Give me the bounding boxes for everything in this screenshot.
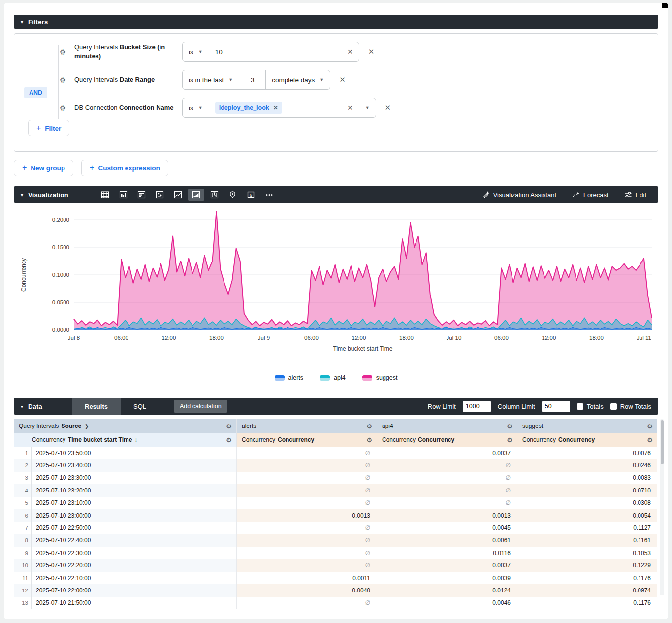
value-cell[interactable]: ∅ xyxy=(377,484,517,496)
forecast-button[interactable]: Forecast xyxy=(566,188,614,201)
more-viz-types-icon[interactable] xyxy=(261,189,278,201)
scrollbar-thumb[interactable] xyxy=(661,420,664,464)
measure-group-header-suggest[interactable]: suggest ⚙ xyxy=(517,419,657,433)
value-cell[interactable]: 0.1161 xyxy=(517,534,657,547)
time-cell[interactable]: 2025-07-10 22:50:00 xyxy=(32,522,236,534)
time-cell[interactable]: 2025-07-10 22:40:00 xyxy=(32,534,236,547)
viz-type-scatter-icon[interactable] xyxy=(152,189,168,201)
value-cell[interactable]: 0.0040 xyxy=(236,584,377,596)
value-cell[interactable]: 0.0083 xyxy=(517,472,657,484)
value-cell[interactable]: ∅ xyxy=(236,484,377,496)
filters-section-header[interactable]: ▾ Filters xyxy=(14,15,658,29)
value-cell[interactable]: 0.0061 xyxy=(377,534,517,547)
time-cell[interactable]: 2025-07-10 23:20:00 xyxy=(32,484,236,496)
remove-filter-icon[interactable]: ✕ xyxy=(368,47,375,56)
time-cell[interactable]: 2025-07-10 22:30:00 xyxy=(32,547,236,559)
value-cell[interactable]: 0.1127 xyxy=(517,522,657,534)
dim-field-header[interactable]: Concurrency Time bucket start Time↓ ⚙ xyxy=(14,433,236,447)
value-cell[interactable]: 0.0013 xyxy=(377,509,517,522)
dim-group-header[interactable]: Query Intervals Source❯ ⚙ xyxy=(14,419,236,433)
gear-icon[interactable]: ⚙ xyxy=(60,104,70,112)
filter-value-multiselect[interactable]: ldeploy_the_look✕ ✕ xyxy=(209,98,359,117)
tab-sql[interactable]: SQL xyxy=(121,398,159,415)
value-cell[interactable]: 0.0045 xyxy=(377,522,517,534)
viz-type-bar-icon[interactable] xyxy=(115,189,131,201)
value-cell[interactable]: 0.0124 xyxy=(377,584,517,596)
filter-operator-select[interactable]: is in the last▼ xyxy=(183,70,239,89)
value-cell[interactable]: ∅ xyxy=(236,447,377,459)
concurrency-area-chart[interactable]: 0.00000.05000.10000.15000.2000Jul 806:00… xyxy=(14,211,662,359)
and-operator-chip[interactable]: AND xyxy=(24,87,47,98)
remove-filter-icon[interactable]: ✕ xyxy=(385,103,391,112)
value-cell[interactable]: ∅ xyxy=(236,472,377,484)
value-cell[interactable]: 0.0054 xyxy=(517,509,657,522)
gear-icon[interactable]: ⚙ xyxy=(647,423,657,429)
value-cell[interactable]: 0.1229 xyxy=(517,559,657,572)
remove-filter-icon[interactable]: ✕ xyxy=(339,75,346,84)
gear-icon[interactable]: ⚙ xyxy=(366,423,377,429)
measure-group-header-alerts[interactable]: alerts ⚙ xyxy=(236,419,377,433)
value-cell[interactable]: 0.1176 xyxy=(517,572,657,584)
collapse-caret-icon[interactable]: ▾ xyxy=(21,19,23,25)
custom-expression-button[interactable]: + Custom expression xyxy=(81,160,168,176)
value-cell[interactable]: 0.0710 xyxy=(517,484,657,496)
time-cell[interactable]: 2025-07-10 23:50:00 xyxy=(32,447,236,459)
measure-group-header-api4[interactable]: api4 ⚙ xyxy=(377,419,517,433)
gear-icon[interactable]: ⚙ xyxy=(507,423,517,429)
filter-operator-select[interactable]: is▼ xyxy=(183,98,209,117)
value-chip[interactable]: ldeploy_the_look✕ xyxy=(215,102,282,114)
value-cell[interactable]: ∅ xyxy=(236,597,377,609)
measure-field-header-suggest[interactable]: Concurrency Concurrency ⚙ xyxy=(517,433,657,447)
value-cell[interactable]: 0.0116 xyxy=(377,547,517,559)
new-group-button[interactable]: + New group xyxy=(14,160,73,176)
tab-results[interactable]: Results xyxy=(72,398,121,415)
filter-unit-select[interactable]: complete days▼ xyxy=(265,70,330,89)
value-cell[interactable]: ∅ xyxy=(236,459,377,471)
value-cell[interactable]: ∅ xyxy=(377,497,517,509)
value-cell[interactable]: ∅ xyxy=(236,497,377,509)
viz-type-single-value-icon[interactable]: 6 xyxy=(243,189,259,201)
time-cell[interactable]: 2025-07-10 23:00:00 xyxy=(32,509,236,522)
gear-icon[interactable]: ⚙ xyxy=(60,76,70,84)
viz-type-column-stacked-icon[interactable] xyxy=(133,189,150,201)
viz-type-line-icon[interactable] xyxy=(170,189,186,201)
row-totals-checkbox-wrap[interactable]: Row Totals xyxy=(610,403,651,410)
time-cell[interactable]: 2025-07-10 23:40:00 xyxy=(32,459,236,471)
filter-amount-input[interactable]: 3 xyxy=(239,70,265,89)
open-suggestions-button[interactable]: ▼ xyxy=(359,98,376,117)
time-cell[interactable]: 2025-07-10 22:00:00 xyxy=(32,584,236,596)
visualization-assistant-button[interactable]: Visualization Assistant xyxy=(476,188,562,201)
measure-field-header-alerts[interactable]: Concurrency Concurrency ⚙ xyxy=(236,433,377,447)
time-cell[interactable]: 2025-07-10 23:10:00 xyxy=(32,497,236,509)
value-cell[interactable]: 0.0013 xyxy=(236,509,377,522)
measure-field-header-api4[interactable]: Concurrency Concurrency ⚙ xyxy=(377,433,517,447)
time-cell[interactable]: 2025-07-10 22:20:00 xyxy=(32,559,236,572)
value-cell[interactable]: 0.0076 xyxy=(517,447,657,459)
gear-icon[interactable]: ⚙ xyxy=(507,437,517,443)
value-cell[interactable]: ∅ xyxy=(236,547,377,559)
filter-operator-select[interactable]: is▼ xyxy=(183,42,209,61)
collapse-caret-icon[interactable]: ▾ xyxy=(21,404,23,409)
gear-icon[interactable]: ⚙ xyxy=(226,423,236,429)
totals-checkbox-wrap[interactable]: Totals xyxy=(577,403,604,410)
collapse-caret-icon[interactable]: ▾ xyxy=(21,192,23,197)
value-cell[interactable]: 0.0037 xyxy=(377,559,517,572)
value-cell[interactable]: ∅ xyxy=(236,522,377,534)
viz-type-pie-icon[interactable] xyxy=(206,189,223,201)
legend-item-suggest[interactable]: suggest xyxy=(362,374,398,381)
value-cell[interactable]: 0.0037 xyxy=(377,447,517,459)
gear-icon[interactable]: ⚙ xyxy=(366,437,377,443)
clear-value-icon[interactable]: ✕ xyxy=(347,48,353,56)
value-cell[interactable]: 0.0974 xyxy=(517,584,657,596)
gear-icon[interactable]: ⚙ xyxy=(647,437,657,443)
viz-type-map-pin-icon[interactable] xyxy=(224,189,241,201)
time-cell[interactable]: 2025-07-10 23:30:00 xyxy=(32,472,236,484)
viz-type-table-icon[interactable] xyxy=(97,189,113,201)
column-limit-input[interactable] xyxy=(542,401,570,412)
value-cell[interactable]: 0.0039 xyxy=(377,572,517,584)
value-cell[interactable]: 0.1176 xyxy=(517,597,657,609)
value-cell[interactable]: 0.0246 xyxy=(517,459,657,471)
value-cell[interactable]: ∅ xyxy=(236,534,377,547)
viz-type-area-icon[interactable] xyxy=(188,189,204,201)
edit-visualization-button[interactable]: Edit xyxy=(618,188,652,201)
